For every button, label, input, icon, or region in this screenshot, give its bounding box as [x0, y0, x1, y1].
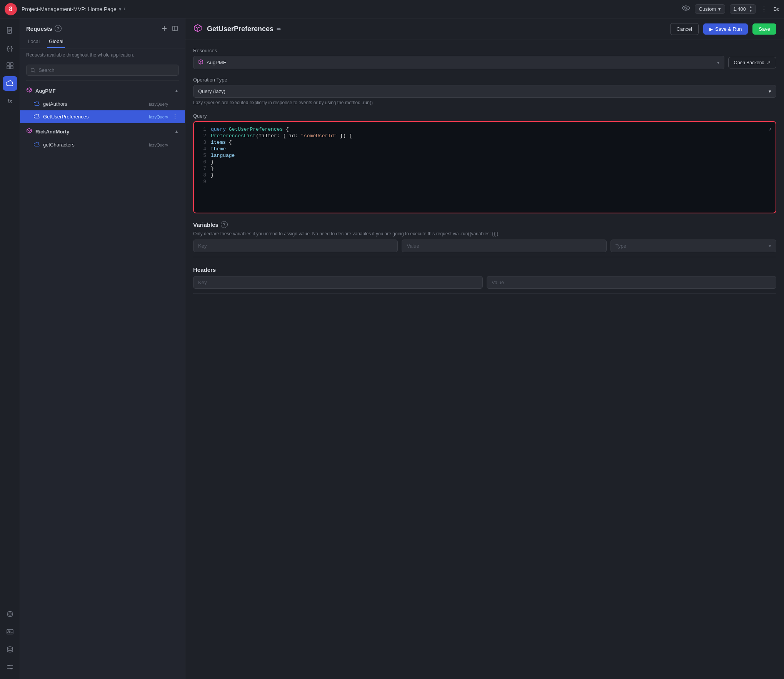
left-panel: Requests ? Local Global Requests availab…	[20, 18, 185, 679]
svg-point-14	[7, 647, 13, 649]
top-bar-title: Project-Management-MVP: Home Page ▾ /	[22, 6, 677, 12]
requests-help-icon[interactable]: ?	[55, 25, 62, 32]
variables-key-input[interactable]	[193, 240, 398, 252]
search-icon	[30, 68, 35, 73]
tab-global[interactable]: Global	[47, 35, 65, 48]
right-panel: GetUserPreferences ✏ Cancel ▶ Save & Run…	[185, 18, 784, 679]
sidebar-item-braces[interactable]: {·}	[3, 41, 17, 55]
variables-value-input[interactable]	[402, 240, 606, 252]
sidebar-item-database[interactable]	[3, 642, 17, 657]
left-panel-title: Requests ?	[26, 25, 62, 32]
resource-icon-augpmf	[26, 87, 32, 95]
request-item-getuserpreferences[interactable]: GetUserPreferences lazyQuery ⋮	[20, 110, 185, 123]
request-name-getauthors: getAuthors	[43, 101, 146, 107]
request-type-getauthors: lazyQuery	[149, 102, 168, 107]
query-label: Query	[193, 113, 776, 119]
right-panel-content: Resources AugPMF ▾ Open Backend ↗	[185, 40, 784, 303]
headers-divider	[193, 293, 776, 294]
sidebar-item-paint[interactable]	[3, 607, 17, 621]
query-edit-icon[interactable]: ↗	[769, 126, 772, 132]
type-dropdown-arrow: ▾	[769, 243, 771, 249]
operation-type-section: Operation Type Query (lazy) ▾ Lazy Queri…	[193, 77, 776, 105]
play-icon: ▶	[709, 27, 713, 32]
sidebar-item-sliders[interactable]	[3, 660, 17, 674]
query-editor[interactable]: ↗ 1query GetUserPreferences { 2 Preferen…	[193, 121, 776, 213]
request-cloud-icon-3	[34, 142, 40, 148]
tab-local[interactable]: Local	[26, 35, 41, 48]
variables-section: Variables ? Only declare these variables…	[193, 221, 776, 259]
sidebar-item-components[interactable]	[3, 58, 17, 73]
request-more-btn-getuserprefs[interactable]: ⋮	[171, 113, 179, 120]
request-item-getauthors[interactable]: getAuthors lazyQuery ⋮	[20, 98, 185, 110]
headers-key-input[interactable]	[193, 276, 483, 289]
variables-header: Variables ?	[193, 221, 776, 228]
lazy-note: Lazy Queries are executed explicitly in …	[193, 100, 776, 105]
request-name-getuserprefs: GetUserPreferences	[43, 114, 146, 120]
custom-dropdown[interactable]: Custom ▾	[695, 4, 726, 14]
top-bar-actions: Custom ▾ 1,400 ▲ ▼ ⋮ Bc	[682, 4, 779, 14]
svg-point-18	[10, 668, 12, 669]
variables-divider	[193, 257, 776, 257]
search-box	[26, 65, 179, 76]
add-request-btn[interactable]	[160, 25, 168, 32]
svg-point-11	[9, 613, 11, 615]
resource-icon-rickandmorty	[26, 128, 32, 135]
chevron-augpmf: ▲	[174, 88, 179, 93]
right-panel-header: GetUserPreferences ✏ Cancel ▶ Save & Run…	[185, 18, 784, 40]
selected-resource-label: AugPMF	[207, 60, 226, 65]
operation-type-dropdown[interactable]: Query (lazy) ▾	[193, 85, 776, 98]
expand-panel-btn[interactable]	[171, 25, 179, 32]
resource-header-rickandmorty[interactable]: RickAndMorty ▲	[20, 125, 185, 138]
sidebar-item-file[interactable]	[3, 23, 17, 38]
sidebar-item-cloud[interactable]	[3, 76, 17, 91]
resource-name-augpmf: AugPMF	[35, 88, 171, 94]
resource-dropdown-arrow: ▾	[717, 60, 719, 65]
resource-name-rickandmorty: RickAndMorty	[35, 129, 171, 135]
request-title-icon	[193, 23, 202, 35]
save-button[interactable]: Save	[752, 23, 776, 35]
resources-label: Resources	[193, 48, 776, 53]
variables-note: Only declare these variables if you inte…	[193, 231, 776, 236]
variables-help-icon[interactable]: ?	[221, 221, 228, 228]
requests-list: AugPMF ▲ getAuthors lazyQuery ⋮ GetUserP…	[20, 81, 185, 679]
resource-header-augpmf[interactable]: AugPMF ▲	[20, 84, 185, 98]
operation-dropdown-arrow: ▾	[769, 88, 771, 94]
more-options-icon[interactable]: ⋮	[761, 5, 767, 13]
sidebar-item-function[interactable]: fx	[3, 94, 17, 108]
resource-group-rickandmorty: RickAndMorty ▲ getCharacters lazyQuery ⋮	[20, 125, 185, 151]
request-item-getcharacters[interactable]: getCharacters lazyQuery ⋮	[20, 138, 185, 151]
variables-type-dropdown[interactable]: Type ▾	[611, 240, 776, 252]
svg-rect-8	[7, 66, 10, 69]
variables-row: Type ▾	[193, 240, 776, 252]
open-backend-button[interactable]: Open Backend ↗	[728, 57, 776, 68]
svg-line-24	[34, 71, 35, 72]
headers-section: Headers	[193, 266, 776, 295]
sidebar-item-image[interactable]	[3, 624, 17, 639]
svg-rect-21	[173, 26, 177, 31]
chevron-rickandmorty: ▲	[174, 129, 179, 134]
visibility-toggle-icon[interactable]	[682, 5, 690, 13]
svg-point-10	[7, 611, 13, 617]
tab-description: Requests available throughout the whole …	[20, 48, 185, 62]
svg-point-16	[8, 665, 10, 666]
headers-row	[193, 276, 776, 289]
external-link-icon: ↗	[767, 60, 771, 65]
svg-rect-12	[7, 629, 13, 634]
request-cloud-icon	[34, 101, 40, 107]
resource-selector: AugPMF ▾ Open Backend ↗	[193, 56, 776, 69]
headers-title: Headers	[193, 266, 776, 273]
headers-value-input[interactable]	[487, 276, 776, 289]
svg-rect-7	[10, 63, 13, 65]
search-input[interactable]	[38, 67, 175, 73]
zoom-down-btn[interactable]: ▼	[749, 9, 752, 13]
save-run-button[interactable]: ▶ Save & Run	[703, 23, 748, 35]
query-section: Query ↗ 1query GetUserPreferences { 2 Pr…	[193, 113, 776, 213]
cancel-button[interactable]: Cancel	[670, 23, 699, 35]
resource-dropdown[interactable]: AugPMF ▾	[193, 56, 724, 69]
request-name-getcharacters: getCharacters	[43, 142, 146, 148]
left-panel-header: Requests ?	[20, 18, 185, 35]
app-logo: 8	[5, 3, 17, 15]
edit-title-icon[interactable]: ✏	[277, 26, 281, 32]
svg-point-23	[31, 68, 34, 71]
bc-label: Bc	[774, 6, 779, 12]
